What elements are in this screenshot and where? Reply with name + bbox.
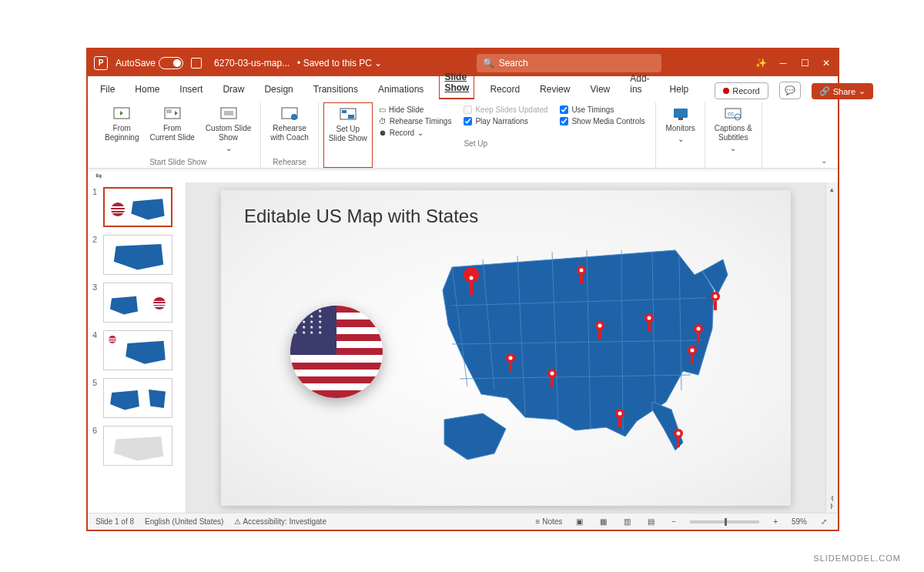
maximize-button[interactable]: ☐ [799, 58, 810, 69]
play-narrations-checkbox[interactable]: Play Narrations [464, 117, 547, 125]
app-icon: P [94, 56, 108, 70]
notes-button[interactable]: ≡ Notes [536, 517, 563, 526]
thumbnail-2[interactable] [103, 235, 172, 275]
thumbnail-1[interactable] [103, 187, 172, 227]
record-dropdown[interactable]: ⏺ Record ⌄ [379, 129, 452, 137]
search-icon: 🔍 [483, 58, 494, 69]
svg-rect-11 [678, 118, 683, 120]
toggle-switch[interactable]: Off [159, 57, 183, 69]
svg-rect-10 [674, 109, 688, 118]
normal-view-button[interactable]: ▣ [573, 517, 586, 526]
minimize-button[interactable]: ─ [778, 58, 788, 69]
thumbnail-5[interactable] [103, 378, 172, 418]
slide-canvas-area[interactable]: Editable US Map with States ★ ★ ★ ★★ ★ ★… [186, 182, 825, 513]
svg-point-22 [551, 371, 554, 375]
ribbon-collapse-icon[interactable]: ⌄ [818, 153, 830, 168]
svg-point-14 [735, 114, 741, 120]
us-flag-badge[interactable]: ★ ★ ★ ★★ ★ ★ ★★ ★ ★ ★★ ★ ★ ★★ ★ ★ ★ [290, 306, 383, 398]
tab-record[interactable]: Record [485, 79, 524, 99]
us-map-graphic[interactable] [421, 236, 760, 467]
powerpoint-window: P AutoSave Off 6270-03-us-map... • Saved… [86, 48, 839, 531]
svg-point-18 [580, 268, 584, 272]
tab-review[interactable]: Review [535, 79, 574, 99]
zoom-slider[interactable] [690, 520, 759, 523]
document-filename[interactable]: 6270-03-us-map... [214, 58, 290, 69]
coach-icon [280, 105, 300, 122]
scroll-up-icon[interactable]: ▴ [830, 186, 834, 193]
group-label-rehearse: Rehearse [273, 158, 306, 168]
svg-point-34 [697, 326, 701, 330]
sorter-view-button[interactable]: ▦ [597, 517, 610, 526]
tab-animations[interactable]: Animations [373, 79, 428, 99]
setup-minor-buttons: ▭ Hide Slide ⏱ Rehearse Timings ⏺ Record… [373, 102, 458, 168]
set-up-slide-show-button[interactable]: Set Up Slide Show [323, 102, 373, 168]
tab-home[interactable]: Home [130, 79, 164, 99]
tab-view[interactable]: View [585, 79, 614, 99]
slide[interactable]: Editable US Map with States ★ ★ ★ ★★ ★ ★… [221, 190, 791, 506]
slide-counter[interactable]: Slide 1 of 8 [95, 517, 134, 526]
custom-slide-show-button[interactable]: Custom Slide Show ⌄ [201, 102, 256, 158]
monitors-button[interactable]: Monitors ⌄ [661, 102, 699, 158]
captions-icon: cc [723, 105, 743, 122]
language-indicator[interactable]: English (United States) [145, 517, 223, 526]
tab-design[interactable]: Design [259, 79, 297, 99]
slideshow-view-button[interactable]: ▤ [644, 517, 658, 526]
tab-slide-show[interactable]: Slide Show [439, 66, 474, 99]
fit-to-window-button[interactable]: ⤢ [818, 517, 830, 526]
watermark: SLIDEMODEL.COM [813, 554, 901, 563]
prev-slide-icon[interactable]: ⦉ [830, 494, 834, 502]
tab-draw[interactable]: Draw [218, 79, 249, 99]
autosave-toggle[interactable]: AutoSave Off [116, 57, 183, 69]
tab-file[interactable]: File [95, 79, 119, 99]
use-timings-checkbox[interactable]: Use Timings [560, 105, 644, 114]
show-media-controls-checkbox[interactable]: Show Media Controls [560, 117, 644, 125]
comments-button[interactable]: 💬 [779, 82, 801, 99]
save-icon[interactable] [191, 58, 202, 69]
monitor-icon [671, 105, 691, 122]
quick-access-toggle[interactable]: ⇆ [88, 169, 838, 182]
zoom-out-button[interactable]: − [668, 517, 679, 526]
from-beginning-button[interactable]: From Beginning [100, 102, 143, 158]
presentation-current-icon [162, 105, 182, 122]
thumbnail-4[interactable] [103, 330, 172, 370]
group-rehearse: Rehearse with Coach Rehearse [261, 102, 318, 168]
tab-insert[interactable]: Insert [175, 79, 207, 99]
group-set-up: Set Up Slide Show ▭ Hide Slide ⏱ Rehears… [319, 102, 657, 168]
setup-checkboxes-2: Use Timings Show Media Controls [554, 102, 651, 168]
slide-title[interactable]: Editable US Map with States [244, 206, 478, 227]
record-dot-icon [723, 88, 729, 94]
accessibility-indicator[interactable]: ⚠ Accessibility: Investigate [234, 517, 326, 526]
record-button[interactable]: Record [715, 82, 768, 99]
zoom-level[interactable]: 59% [792, 517, 807, 526]
slide-thumbnails-pane[interactable]: 1 2 3 4 5 6 [88, 182, 186, 513]
saved-status[interactable]: • Saved to this PC ⌄ [297, 58, 382, 69]
setup-checkboxes-1: Keep Slides Updated Play Narrations Set … [457, 102, 554, 168]
svg-point-32 [691, 348, 695, 352]
rehearse-with-coach-button[interactable]: Rehearse with Coach [266, 102, 313, 158]
close-button[interactable]: ✕ [821, 58, 832, 69]
from-current-slide-button[interactable]: From Current Slide [145, 102, 199, 158]
captions-subtitles-button[interactable]: cc Captions & Subtitles ⌄ [710, 102, 757, 158]
hide-slide-button[interactable]: ▭ Hide Slide [379, 105, 452, 114]
ribbon-tabs: File Home Insert Draw Design Transitions… [88, 76, 838, 99]
thumbnail-6[interactable] [103, 426, 172, 466]
keep-slides-updated-checkbox[interactable]: Keep Slides Updated [464, 105, 547, 114]
svg-rect-4 [224, 111, 233, 115]
reading-view-button[interactable]: ▥ [621, 517, 634, 526]
next-slide-icon[interactable]: ⦊ [830, 502, 834, 510]
share-button[interactable]: 🔗 Share ⌄ [812, 83, 873, 99]
tab-transitions[interactable]: Transitions [309, 79, 363, 99]
autosave-label: AutoSave [116, 58, 156, 69]
svg-point-16 [470, 276, 474, 279]
vertical-scrollbar[interactable]: ▴ ⦉ ⦊ [825, 182, 838, 513]
tab-help[interactable]: Help [665, 79, 694, 99]
setup-icon [338, 106, 358, 123]
group-monitors: Monitors ⌄ [656, 102, 705, 168]
tab-addins[interactable]: Add-ins [625, 69, 654, 99]
thumbnail-3[interactable] [103, 283, 172, 323]
svg-rect-8 [342, 110, 346, 113]
group-captions: cc Captions & Subtitles ⌄ [705, 102, 762, 168]
rehearse-timings-button[interactable]: ⏱ Rehearse Timings [379, 117, 452, 125]
sparkle-icon[interactable]: ✨ [755, 58, 767, 69]
zoom-in-button[interactable]: + [770, 517, 781, 526]
